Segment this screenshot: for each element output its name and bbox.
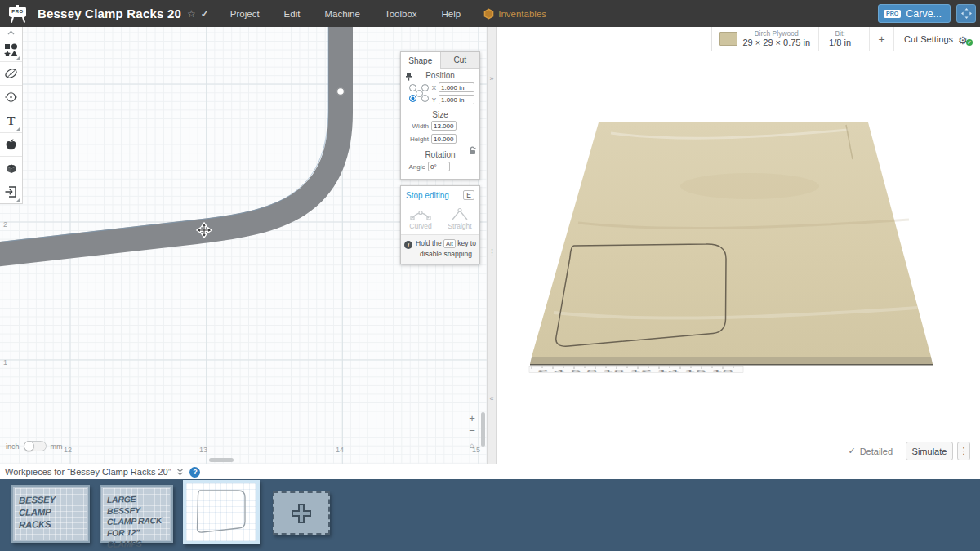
splitter-drag-handle[interactable]: ⋮ (488, 247, 496, 258)
x-label: X (429, 84, 436, 91)
collapse-left-chevron-icon[interactable]: « (488, 394, 496, 402)
node-edit-panel: Stop editing E Curved Straight i Hold th… (400, 185, 480, 264)
carve-preview-pane[interactable]: 2 4 6 8 10 12 14 16 18 Birch Plywood 29 … (497, 27, 980, 464)
position-label: Position (406, 71, 474, 80)
stop-editing-link[interactable]: Stop editing (406, 191, 449, 200)
ruler-label-x14: 14 (336, 446, 344, 454)
import-icon (4, 185, 18, 198)
detailed-toggle[interactable]: ✓ Detailed (848, 446, 893, 456)
ruler-label-x12: 12 (64, 446, 72, 454)
anchor-point-selector (406, 82, 429, 104)
menu-edit[interactable]: Edit (284, 9, 301, 19)
add-bit-button[interactable]: + (869, 27, 893, 51)
unit-toggle: inch mm (6, 441, 63, 451)
workpieces-help-icon[interactable]: ? (189, 467, 200, 478)
plywood-top-surface (532, 122, 931, 357)
workpiece-thumb-bessey-clamp-racks[interactable]: BESSEY CLAMP RACKS (11, 485, 90, 543)
workpiece-thumb-large-bessey-rack[interactable]: LARGE BESSEY CLAMP RACK FOR 12” CLAMPS (100, 485, 173, 543)
pin-panel-icon[interactable] (405, 72, 412, 81)
inventables-link[interactable]: Inventables (483, 8, 546, 20)
expand-right-chevron-icon[interactable]: » (488, 74, 496, 82)
favorite-star-icon[interactable]: ☆ (187, 8, 196, 20)
workpiece-thumb-active[interactable] (183, 480, 260, 544)
pen-tool[interactable] (0, 61, 22, 85)
pen-icon (4, 67, 18, 80)
canvas-horizontal-scrollbar[interactable] (209, 458, 234, 462)
y-label: Y (429, 96, 436, 104)
path-node-handle[interactable] (337, 88, 345, 96)
shape-panel: Shape Cut Position X Y (400, 51, 480, 180)
curved-node-button[interactable]: Curved (401, 203, 440, 234)
zoom-in-button[interactable]: + (464, 412, 480, 424)
anchor-bottom-right[interactable] (421, 95, 429, 102)
menu-machine[interactable]: Machine (324, 9, 359, 19)
machine-jog-button[interactable] (956, 4, 976, 23)
preview-ruler-numbers: 2 4 6 8 10 12 14 16 18 (537, 369, 737, 373)
simulate-menu-button[interactable]: ⋮ (957, 442, 970, 460)
anchor-top-right[interactable] (421, 84, 429, 91)
wood-block-icon (4, 162, 19, 175)
easel-logo-pro-text: PRO (9, 7, 26, 17)
drill-point-tool[interactable] (0, 85, 22, 109)
angle-label: Angle (408, 163, 425, 171)
shapes-icon (4, 43, 18, 56)
cut-settings-button[interactable]: Cut Settings ⚙ ✓ (893, 27, 980, 51)
material-block-tool[interactable] (0, 156, 22, 180)
height-label: Height (408, 136, 429, 143)
shapes-tool[interactable] (0, 38, 22, 61)
snapping-hint: i Hold the Alt key to disable snapping (401, 234, 479, 264)
tab-cut[interactable]: Cut (440, 52, 480, 69)
drawing-toolbar: T (0, 27, 23, 204)
workpieces-tray: BESSEY CLAMP RACKS LARGE BESSEY CLAMP RA… (0, 479, 980, 551)
tab-shape[interactable]: Shape (401, 52, 440, 69)
canvas-vertical-scrollbar[interactable] (481, 412, 485, 447)
add-workpiece-button[interactable] (273, 491, 330, 535)
bit-size: 1/8 in (829, 38, 851, 48)
ruler-label-x13: 13 (199, 446, 207, 454)
project-title[interactable]: Bessey Clamp Racks 20 (38, 7, 181, 20)
anchor-top-left[interactable] (409, 84, 416, 91)
material-swatch (719, 32, 737, 46)
zoom-home-button[interactable]: ⌂ (464, 439, 480, 451)
easel-logo-icon[interactable]: PRO (8, 5, 28, 23)
saved-check-icon: ✓ (201, 8, 209, 20)
unit-toggle-switch[interactable] (24, 441, 47, 451)
workpieces-collapse-chevrons-icon[interactable] (176, 469, 184, 476)
panel-splitter[interactable]: » ⋮ « (487, 27, 497, 464)
straight-node-button[interactable]: Straight (440, 203, 479, 234)
inventables-hexagon-icon (483, 8, 494, 20)
menu-toolbox[interactable]: Toolbox (385, 9, 417, 19)
width-input[interactable] (431, 121, 457, 131)
carve-button[interactable]: PRO Carve... (878, 4, 951, 23)
info-icon: i (404, 241, 412, 249)
x-position-input[interactable] (439, 82, 474, 92)
material-cell[interactable]: Birch Plywood 29 × 29 × 0.75 in (712, 27, 819, 51)
jog-arrows-icon (960, 7, 973, 20)
material-dimensions: 29 × 29 × 0.75 in (743, 38, 811, 48)
angle-input[interactable] (428, 162, 450, 171)
menu-project[interactable]: Project (230, 9, 260, 19)
apps-tool[interactable] (0, 132, 22, 156)
rotation-label: Rotation (406, 150, 474, 159)
ruler-label-y2: 2 (3, 220, 7, 229)
zoom-out-button[interactable]: − (464, 424, 480, 437)
material-3d-view: 2 4 6 8 10 12 14 16 18 (497, 27, 980, 464)
menu-help[interactable]: Help (442, 9, 461, 19)
text-tool[interactable]: T (0, 109, 22, 132)
drill-crosshair-icon (4, 91, 18, 104)
toolbar-collapse-chevron-icon[interactable] (0, 27, 22, 38)
inventables-label: Inventables (498, 9, 546, 19)
import-tool[interactable] (0, 180, 22, 203)
shape-panel-tabs: Shape Cut (401, 52, 479, 69)
anchor-bottom-left[interactable] (409, 95, 416, 102)
menu-bar: Project Edit Machine Toolbox Help (230, 9, 461, 19)
pro-badge: PRO (884, 10, 901, 18)
simulate-button[interactable]: Simulate (906, 442, 953, 460)
material-name: Birch Plywood (755, 29, 799, 38)
cut-settings-gear-icon: ⚙ ✓ (958, 33, 970, 45)
bit-cell[interactable]: Bit: 1/8 in (818, 27, 869, 51)
height-input[interactable] (431, 134, 457, 144)
aspect-lock-icon[interactable] (468, 146, 477, 155)
text-tool-icon: T (7, 114, 15, 128)
y-position-input[interactable] (439, 95, 474, 104)
